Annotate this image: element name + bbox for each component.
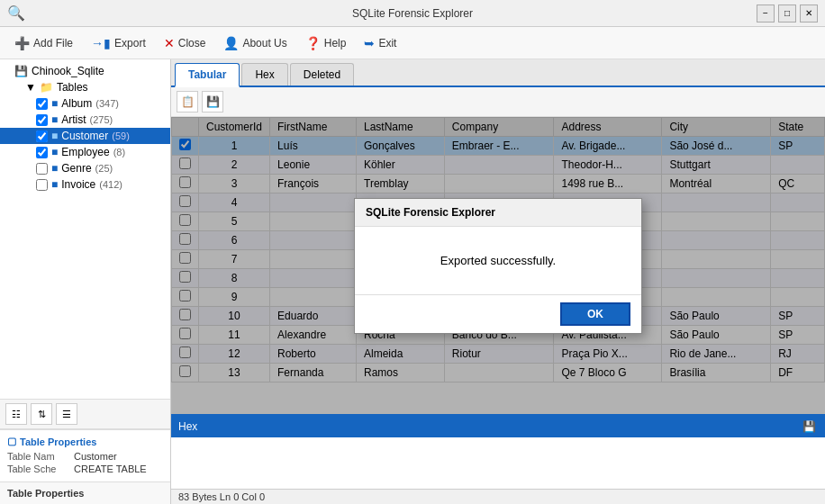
tree-artist-item[interactable]: ■ Artist (275) — [0, 112, 170, 128]
main-layout: 💾 Chinook_Sqlite ▼ 📁 Tables ■ Album (347… — [0, 59, 825, 504]
props-icon: ▢ — [7, 436, 16, 447]
exit-button[interactable]: ➥ Exit — [357, 32, 403, 54]
close-icon: ✕ — [164, 36, 175, 50]
tab-hex[interactable]: Hex — [241, 63, 287, 86]
employee-table-icon: ■ — [51, 146, 58, 158]
customer-count: (59) — [112, 130, 130, 141]
employee-label: Employee — [61, 146, 109, 158]
data-tool-export-btn[interactable]: 💾 — [202, 91, 223, 112]
invoice-label: Invoice — [61, 178, 95, 191]
artist-table-icon: ■ — [51, 113, 58, 126]
db-name: Chinook_Sqlite — [32, 65, 104, 77]
tree-db-node[interactable]: 💾 Chinook_Sqlite — [0, 63, 170, 79]
sidebar: 💾 Chinook_Sqlite ▼ 📁 Tables ■ Album (347… — [0, 59, 171, 504]
customer-checkbox[interactable] — [36, 130, 48, 142]
invoice-table-icon: ■ — [51, 178, 58, 191]
help-label: Help — [324, 37, 347, 50]
album-table-icon: ■ — [51, 97, 58, 110]
db-icon: 💾 — [14, 65, 28, 77]
table-name-value: Customer — [74, 451, 117, 462]
about-us-button[interactable]: 👤 About Us — [216, 32, 294, 54]
table-name-label: Table Nam — [7, 451, 70, 462]
genre-checkbox[interactable] — [36, 163, 48, 175]
genre-count: (25) — [95, 163, 113, 174]
artist-label: Artist — [61, 113, 86, 126]
tables-label: Tables — [57, 81, 88, 94]
add-file-label: Add File — [33, 37, 73, 50]
dialog-overlay: SQLite Forensic Explorer Exported succes… — [171, 117, 825, 414]
help-button[interactable]: ❓ Help — [298, 32, 354, 54]
restore-button[interactable]: □ — [778, 4, 796, 22]
artist-checkbox[interactable] — [36, 114, 48, 126]
genre-label: Genre — [61, 162, 91, 175]
bottom-props-header: Table Properties — [7, 488, 163, 499]
tree-genre-item[interactable]: ■ Genre (25) — [0, 160, 170, 176]
export-button[interactable]: →▮ Export — [84, 32, 153, 54]
tab-tabular[interactable]: Tabular — [175, 63, 240, 87]
customer-label: Customer — [61, 130, 108, 142]
dialog-footer: OK — [355, 294, 641, 333]
props-header: ▢ Table Properties — [7, 436, 163, 447]
tree-invoice-item[interactable]: ■ Invoice (412) — [0, 176, 170, 193]
sidebar-toolbar: ☷ ⇅ ☰ — [0, 399, 170, 429]
export-label: Export — [114, 37, 146, 50]
album-label: Album — [61, 97, 92, 110]
help-icon: ❓ — [305, 36, 321, 50]
invoice-checkbox[interactable] — [36, 179, 48, 191]
app-icon: 🔍 — [7, 4, 25, 22]
tree-customer-item[interactable]: ■ Customer (59) — [0, 128, 170, 144]
tab-bar: Tabular Hex Deleted — [171, 59, 825, 87]
genre-table-icon: ■ — [51, 162, 58, 175]
close-window-button[interactable]: ✕ — [800, 4, 818, 22]
close-button[interactable]: ✕ Close — [157, 32, 213, 54]
hex-panel: Hex 💾 83 Bytes Ln 0 Col 0 — [171, 414, 825, 504]
sidebar-bottom-props: Table Properties — [0, 482, 170, 504]
hex-status: 83 Bytes Ln 0 Col 0 — [171, 489, 825, 504]
employee-checkbox[interactable] — [36, 147, 48, 158]
table-schema-row: Table Sche CREATE TABLE — [7, 464, 163, 474]
dialog-title: SQLite Forensic Explorer — [355, 199, 641, 227]
close-label: Close — [178, 37, 206, 50]
invoice-count: (412) — [99, 179, 122, 190]
tree-album-item[interactable]: ■ Album (347) — [0, 95, 170, 112]
about-label: About Us — [242, 37, 286, 50]
export-dialog: SQLite Forensic Explorer Exported succes… — [354, 198, 642, 334]
table-schema-label: Table Sche — [7, 464, 70, 474]
add-file-icon: ➕ — [14, 36, 30, 50]
content-area: Tabular Hex Deleted 📋 💾 CustomerId First… — [171, 59, 825, 504]
dialog-message: Exported successfully. — [440, 254, 556, 267]
exit-label: Exit — [378, 37, 396, 50]
app-title: SQLite Forensic Explorer — [0, 7, 825, 20]
album-count: (347) — [95, 98, 119, 109]
tab-deleted[interactable]: Deleted — [290, 63, 354, 86]
exit-icon: ➥ — [364, 36, 375, 50]
customer-table-icon: ■ — [51, 130, 58, 142]
data-toolbar: 📋 💾 — [171, 87, 825, 117]
tree-tables-node[interactable]: ▼ 📁 Tables — [0, 79, 170, 95]
main-toolbar: ➕ Add File →▮ Export ✕ Close 👤 About Us … — [0, 27, 825, 59]
title-bar: 🔍 SQLite Forensic Explorer − □ ✕ — [0, 0, 825, 27]
add-file-button[interactable]: ➕ Add File — [7, 32, 80, 54]
album-checkbox[interactable] — [36, 98, 48, 110]
export-icon: →▮ — [91, 36, 111, 50]
hex-header: Hex 💾 — [171, 416, 825, 437]
sidebar-tool-sort-btn[interactable]: ⇅ — [31, 403, 52, 425]
artist-count: (275) — [90, 114, 113, 125]
table-properties-panel: ▢ Table Properties Table Nam Customer Ta… — [0, 429, 170, 482]
props-title: Table Properties — [20, 436, 96, 447]
about-icon: 👤 — [223, 36, 239, 50]
dialog-body: Exported successfully. — [355, 227, 641, 294]
minimize-button[interactable]: − — [757, 4, 775, 22]
dialog-ok-button[interactable]: OK — [560, 302, 630, 326]
data-tool-copy-btn[interactable]: 📋 — [177, 91, 198, 112]
expand-icon: ▼ — [25, 81, 36, 94]
table-name-row: Table Nam Customer — [7, 451, 163, 462]
sidebar-tool-list-btn[interactable]: ☰ — [56, 403, 77, 425]
hex-export-btn[interactable]: 💾 — [800, 418, 818, 436]
tree-employee-item[interactable]: ■ Employee (8) — [0, 144, 170, 160]
sidebar-tool-grid-btn[interactable]: ☷ — [5, 403, 27, 425]
table-schema-value: CREATE TABLE — [74, 464, 147, 474]
folder-icon: 📁 — [40, 81, 53, 94]
employee-count: (8) — [113, 147, 125, 158]
hex-content — [171, 437, 825, 489]
